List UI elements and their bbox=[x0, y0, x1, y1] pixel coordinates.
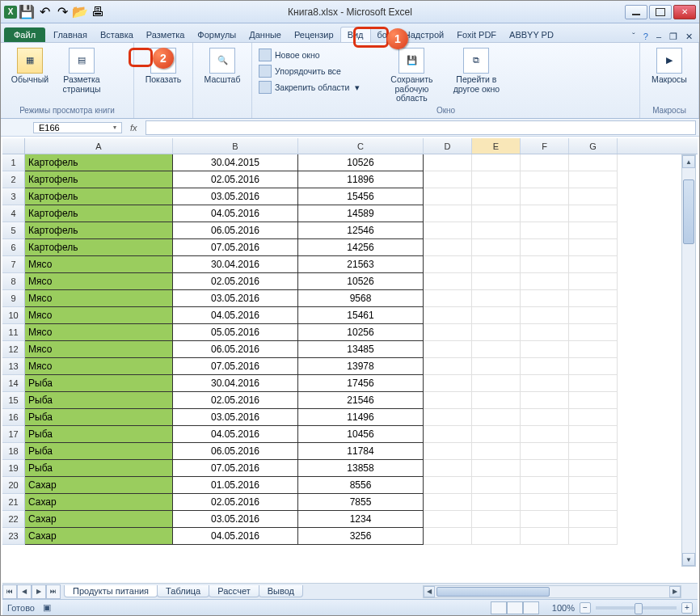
cell[interactable] bbox=[472, 409, 521, 426]
cell[interactable]: 07.05.2016 bbox=[173, 358, 298, 375]
row-header[interactable]: 12 bbox=[2, 341, 25, 358]
row-header[interactable]: 4 bbox=[2, 205, 25, 222]
macros-button[interactable]: ▶ Макросы bbox=[645, 48, 694, 85]
cell[interactable] bbox=[424, 460, 472, 477]
cell[interactable] bbox=[472, 528, 521, 545]
cell[interactable]: Сахар bbox=[25, 477, 173, 494]
sheet-first-icon[interactable]: ⏮ bbox=[2, 584, 17, 599]
custom-views-icon[interactable] bbox=[112, 64, 129, 77]
row-header[interactable]: 1 bbox=[2, 154, 25, 171]
row-header[interactable]: 18 bbox=[2, 443, 25, 460]
cell[interactable]: Картофель bbox=[25, 239, 173, 256]
cell[interactable]: Рыба bbox=[25, 375, 173, 392]
sheet-next-icon[interactable]: ▶ bbox=[32, 584, 46, 599]
cell[interactable] bbox=[569, 290, 618, 307]
cell[interactable] bbox=[521, 443, 569, 460]
cell[interactable] bbox=[569, 171, 618, 188]
row-header[interactable]: 5 bbox=[2, 222, 25, 239]
cell[interactable] bbox=[521, 528, 569, 545]
cell[interactable]: 30.04.2016 bbox=[173, 256, 298, 273]
arrange-all-button[interactable]: Упорядочить все bbox=[257, 64, 361, 78]
cell[interactable] bbox=[424, 477, 472, 494]
row-header[interactable]: 21 bbox=[2, 494, 25, 511]
cell[interactable] bbox=[521, 358, 569, 375]
cell[interactable]: 21563 bbox=[298, 256, 424, 273]
cell[interactable] bbox=[569, 273, 618, 290]
zoom-button[interactable]: 🔍 Масштаб bbox=[198, 48, 247, 85]
cell[interactable]: Картофель bbox=[25, 222, 173, 239]
status-page-layout-icon[interactable] bbox=[507, 601, 523, 614]
cell[interactable] bbox=[521, 154, 569, 171]
cell[interactable]: 12546 bbox=[298, 222, 424, 239]
cell[interactable] bbox=[424, 324, 472, 341]
col-header-G[interactable]: G bbox=[569, 138, 618, 154]
cell[interactable] bbox=[472, 341, 521, 358]
formula-input[interactable] bbox=[145, 120, 696, 135]
cell[interactable]: 15456 bbox=[298, 188, 424, 205]
cell[interactable]: Картофель bbox=[25, 188, 173, 205]
cell[interactable]: 06.05.2016 bbox=[173, 222, 298, 239]
cell[interactable]: 11896 bbox=[298, 171, 424, 188]
cell[interactable]: 02.05.2016 bbox=[173, 273, 298, 290]
cell[interactable]: 21546 bbox=[298, 392, 424, 409]
tab-data[interactable]: Данные bbox=[242, 27, 288, 42]
sheet-tab-2[interactable]: Таблица bbox=[157, 585, 209, 597]
zoom-value[interactable]: 100% bbox=[552, 603, 575, 613]
cell[interactable]: 30.04.2015 bbox=[173, 154, 298, 171]
cell[interactable] bbox=[521, 494, 569, 511]
cell[interactable]: 17456 bbox=[298, 375, 424, 392]
cell[interactable]: 04.05.2016 bbox=[173, 307, 298, 324]
cell[interactable]: 14256 bbox=[298, 239, 424, 256]
new-window-button[interactable]: Новое окно bbox=[257, 48, 361, 62]
cell[interactable]: 06.05.2016 bbox=[173, 443, 298, 460]
cell[interactable] bbox=[569, 375, 618, 392]
cell[interactable] bbox=[472, 460, 521, 477]
tab-home[interactable]: Главная bbox=[47, 27, 94, 42]
col-header-B[interactable]: B bbox=[173, 138, 298, 154]
cell[interactable] bbox=[521, 290, 569, 307]
cell[interactable] bbox=[472, 154, 521, 171]
cell[interactable] bbox=[569, 409, 618, 426]
scroll-up-icon[interactable]: ▲ bbox=[682, 155, 695, 168]
cell[interactable] bbox=[472, 358, 521, 375]
row-header[interactable]: 17 bbox=[2, 426, 25, 443]
cell[interactable] bbox=[521, 239, 569, 256]
full-screen-icon[interactable] bbox=[112, 80, 129, 93]
page-break-preview-icon[interactable] bbox=[112, 48, 129, 61]
cell[interactable] bbox=[472, 324, 521, 341]
cell[interactable] bbox=[424, 290, 472, 307]
row-header[interactable]: 9 bbox=[2, 290, 25, 307]
tab-formulas[interactable]: Формулы bbox=[191, 27, 242, 42]
row-header[interactable]: 13 bbox=[2, 358, 25, 375]
minimize-button[interactable] bbox=[625, 5, 647, 19]
col-header-A[interactable]: A bbox=[25, 138, 173, 154]
cell[interactable] bbox=[569, 205, 618, 222]
qat-save-icon[interactable]: 💾 bbox=[19, 4, 35, 20]
tab-file[interactable]: Файл bbox=[4, 27, 45, 42]
cell[interactable] bbox=[521, 460, 569, 477]
cell[interactable]: 03.05.2016 bbox=[173, 188, 298, 205]
cell[interactable] bbox=[424, 443, 472, 460]
cell[interactable] bbox=[424, 205, 472, 222]
tab-review[interactable]: Рецензир bbox=[288, 27, 340, 42]
cell[interactable] bbox=[424, 409, 472, 426]
cell[interactable]: Рыба bbox=[25, 443, 173, 460]
cell[interactable] bbox=[472, 273, 521, 290]
tab-abbyy[interactable]: ABBYY PD bbox=[503, 27, 560, 42]
cell[interactable] bbox=[424, 494, 472, 511]
cell[interactable] bbox=[521, 188, 569, 205]
col-header-E[interactable]: E bbox=[472, 138, 521, 154]
cell[interactable] bbox=[521, 392, 569, 409]
row-header[interactable]: 2 bbox=[2, 171, 25, 188]
cell[interactable]: Мясо bbox=[25, 307, 173, 324]
qat-undo-icon[interactable]: ↶ bbox=[36, 4, 53, 20]
qat-redo-icon[interactable]: ↷ bbox=[54, 4, 70, 20]
ribbon-minimize-icon[interactable]: ˇ bbox=[632, 32, 635, 42]
cell[interactable]: 11784 bbox=[298, 443, 424, 460]
cell[interactable]: 14589 bbox=[298, 205, 424, 222]
cell[interactable]: 7855 bbox=[298, 494, 424, 511]
sheet-tab-4[interactable]: Вывод bbox=[259, 585, 303, 597]
cell[interactable] bbox=[569, 477, 618, 494]
cell[interactable] bbox=[424, 528, 472, 545]
cell[interactable]: 11496 bbox=[298, 409, 424, 426]
